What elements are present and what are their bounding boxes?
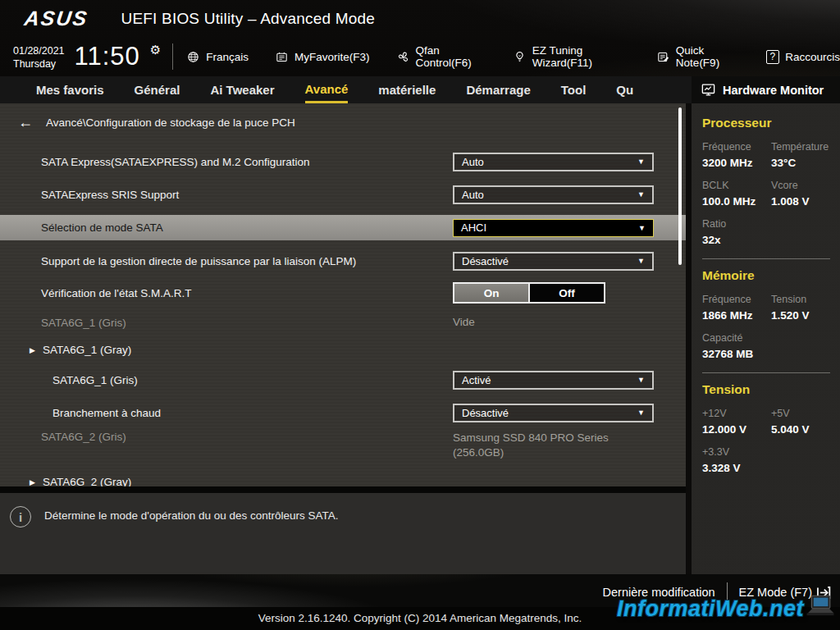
setting-row[interactable]: Support de la gestion directe de puissan… xyxy=(0,244,686,277)
hm-metric-label: Capacité xyxy=(702,332,774,344)
watermark-logo: InformatiWeb.net xyxy=(617,596,804,622)
hm-row: Ratio32x xyxy=(702,218,840,246)
utility-item[interactable]: Qfan Control(F6) xyxy=(396,44,486,69)
hm-metric: Température33°C xyxy=(771,141,840,169)
setting-row[interactable]: ▶SATA6G_1 (Gray) xyxy=(0,336,686,363)
tab-d-marrage[interactable]: Démarrage xyxy=(466,78,530,102)
date-display: 01/28/2021 Thursday xyxy=(13,39,65,71)
quick-note-icon xyxy=(656,50,670,64)
hm-metric: +5V5.040 V xyxy=(771,408,840,436)
dropdown-wrap: Auto▼ xyxy=(453,185,654,204)
hm-metric: Fréquence3200 MHz xyxy=(702,141,771,169)
back-arrow-icon[interactable]: ← xyxy=(18,114,33,131)
utility-item[interactable]: MyFavorite(F3) xyxy=(275,50,370,64)
dropdown-wrap: Auto▼ xyxy=(453,153,654,171)
tab-mes-favoris[interactable]: Mes favoris xyxy=(36,78,104,102)
expand-arrow-icon: ▶ xyxy=(30,478,35,486)
info-icon: i xyxy=(10,506,31,527)
hm-section-title: Tension xyxy=(702,382,840,397)
dropdown[interactable]: Auto▼ xyxy=(453,185,654,204)
chevron-down-icon: ▼ xyxy=(637,376,645,384)
utility-item-label: EZ Tuning Wizard(F11) xyxy=(532,44,630,69)
myfavorite-icon xyxy=(275,50,289,64)
dropdown[interactable]: Désactivé▼ xyxy=(453,252,654,271)
setting-label: Branchement à chaud xyxy=(52,407,453,419)
static-value: Samsung SSD 840 PRO Series (256.0GB) xyxy=(453,431,654,460)
utility-bar: 01/28/2021 Thursday 11:50 ⚙ FrançaisMyFa… xyxy=(0,37,840,76)
shortcut-icon: ? xyxy=(766,50,780,64)
setting-label: SATA6G_1 (Gris) xyxy=(52,374,453,386)
dropdown-value: Désactivé xyxy=(462,407,509,419)
hm-metric: Vcore1.008 V xyxy=(771,180,840,208)
utility-item-label: MyFavorite(F3) xyxy=(294,51,370,63)
hm-metric-value: 12.000 V xyxy=(702,423,771,436)
hm-metric-label: Fréquence xyxy=(702,294,771,305)
hm-metric-label: Fréquence xyxy=(702,141,771,153)
tab-avanc-[interactable]: Avancé xyxy=(305,77,349,103)
title-bar: ASUS UEFI BIOS Utility – Advanced Mode xyxy=(0,0,840,37)
settings-list: SATA Express(SATAEXPRESS) and M.2 Config… xyxy=(0,145,686,495)
tab-tool[interactable]: Tool xyxy=(561,78,587,102)
toggle: OnOff xyxy=(453,282,605,304)
settings-panel: ← Avancé\Configuration de stockage de la… xyxy=(0,103,686,486)
hm-metric: Tension1.520 V xyxy=(771,294,840,322)
hm-row: Capacité32768 MB xyxy=(702,332,840,360)
dropdown-value: AHCI xyxy=(461,221,486,234)
setting-row[interactable]: SATA6G_1 (Gris)Activé▼ xyxy=(0,363,686,396)
setting-row[interactable]: Branchement à chaudDésactivé▼ xyxy=(0,396,686,429)
dropdown[interactable]: Désactivé▼ xyxy=(453,404,654,422)
tab-mat-rielle[interactable]: matérielle xyxy=(378,78,436,102)
datetime-block[interactable]: 01/28/2021 Thursday 11:50 ⚙ xyxy=(13,39,161,75)
setting-label: Sélection de mode SATA xyxy=(41,221,453,234)
utility-item[interactable]: EZ Tuning Wizard(F11) xyxy=(513,44,630,69)
setting-row[interactable]: Vérification de l'état S.M.A.R.TOnOff xyxy=(0,277,686,308)
setting-row: SATA6G_2 (Gris)Samsung SSD 840 PRO Serie… xyxy=(0,429,686,468)
asus-logo: ASUS xyxy=(23,7,90,30)
setting-row[interactable]: SATA Express(SATAEXPRESS) and M.2 Config… xyxy=(0,145,686,178)
section-divider xyxy=(702,372,830,373)
hm-metric-value: 32768 MB xyxy=(702,348,774,360)
hardware-monitor-title: Hardware Monitor xyxy=(723,84,824,97)
utility-item-label: Qfan Control(F6) xyxy=(416,44,486,69)
help-panel: i Détermine le mode d'opération du ou de… xyxy=(0,486,686,574)
toggle-option-on[interactable]: On xyxy=(454,284,528,302)
menu-tab-bar: Mes favorisGénéralAi TweakerAvancématéri… xyxy=(0,76,692,103)
hardware-monitor-panel: Hardware Monitor ProcesseurFréquence3200… xyxy=(692,76,840,578)
help-text: Détermine le mode d'opération du ou des … xyxy=(44,506,339,522)
tab-qu[interactable]: Qu xyxy=(616,78,633,102)
chevron-down-icon: ▼ xyxy=(638,224,646,232)
dropdown-value: Activé xyxy=(462,374,491,386)
hm-metric: BCLK100.0 MHz xyxy=(702,180,771,208)
dropdown-value: Auto xyxy=(462,156,484,168)
bios-screen: ASUS UEFI BIOS Utility – Advanced Mode 0… xyxy=(0,0,840,630)
hm-metric-label: Ratio xyxy=(702,218,774,230)
utility-item[interactable]: ?Raccourcis xyxy=(766,50,840,64)
utility-item[interactable]: Quick Note(F9) xyxy=(656,44,740,69)
hm-metric-label: Température xyxy=(771,141,840,153)
setting-label: Support de la gestion directe de puissan… xyxy=(41,255,453,267)
hm-row: +3.3V3.328 V xyxy=(702,446,840,474)
hm-metric-label: +12V xyxy=(702,408,771,419)
toggle-option-off[interactable]: Off xyxy=(528,284,604,302)
setting-row[interactable]: SATAExpress SRIS SupportAuto▼ xyxy=(0,178,686,211)
setting-row[interactable]: Sélection de mode SATAAHCI▼ xyxy=(0,215,686,240)
dropdown[interactable]: Auto▼ xyxy=(453,153,654,171)
dropdown[interactable]: Activé▼ xyxy=(453,371,654,390)
setting-label: SATA6G_1 (Gris) xyxy=(41,317,453,329)
scrollbar-thumb[interactable] xyxy=(678,107,682,265)
tab-ai-tweaker[interactable]: Ai Tweaker xyxy=(210,78,274,102)
hm-metric: Fréquence1866 MHz xyxy=(702,294,771,322)
hm-metric-value: 3.328 V xyxy=(702,462,774,474)
utility-item-label: Raccourcis xyxy=(785,51,840,63)
chevron-down-icon: ▼ xyxy=(637,190,645,199)
hm-metric-label: Vcore xyxy=(771,180,840,191)
hm-section-title: Mémoire xyxy=(702,268,840,283)
top-banner: ASUS UEFI BIOS Utility – Advanced Mode 0… xyxy=(0,0,840,76)
tab-g-n-ral[interactable]: Général xyxy=(135,78,180,102)
gear-icon[interactable]: ⚙ xyxy=(150,39,161,56)
setting-label: Vérification de l'état S.M.A.R.T xyxy=(41,287,453,299)
utility-item[interactable]: Français xyxy=(186,50,249,64)
hm-metric-value: 1.520 V xyxy=(771,309,840,322)
dropdown-value: Désactivé xyxy=(462,255,509,267)
dropdown[interactable]: AHCI▼ xyxy=(453,219,654,237)
